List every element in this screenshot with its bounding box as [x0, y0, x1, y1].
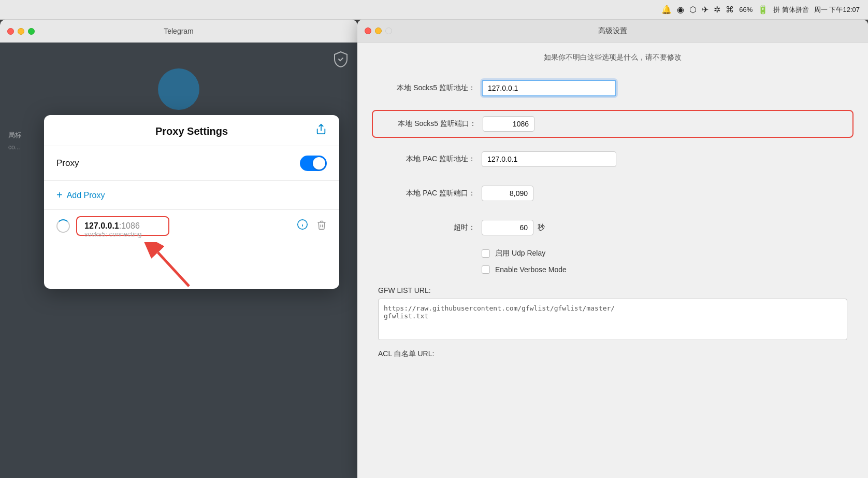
sidebar-text: 局标 — [8, 131, 22, 140]
bluetooth-icon: ✲ — [714, 5, 720, 15]
clock: 周一 下午12:07 — [814, 5, 860, 15]
telegram-traffic-lights[interactable] — [7, 28, 35, 35]
pac-port-row: 本地 PAC 监听端口： — [378, 180, 847, 206]
proxy-status: socks5: connecting — [84, 230, 142, 238]
socks5-port-row: 本地 Socks5 监听端口： — [372, 110, 853, 138]
pac-address-label: 本地 PAC 监听地址： — [378, 154, 482, 164]
add-proxy-button[interactable]: + Add Proxy — [56, 189, 105, 201]
pac-address-row: 本地 PAC 监听地址： — [378, 146, 847, 172]
advanced-content: 如果你不明白这些选项是什么，请不要修改 本地 Socks5 监听地址： 本地 S… — [357, 43, 868, 369]
telegram-window-title: Telegram — [164, 27, 194, 35]
input-method: 拼 简体拼音 — [773, 5, 809, 15]
advanced-maximize-button[interactable] — [385, 27, 392, 34]
proxy-modal-header: Proxy Settings — [44, 115, 339, 146]
socks5-port-label: 本地 Socks5 监听端口： — [379, 119, 483, 129]
location-icon: ◉ — [677, 5, 684, 15]
proxy-modal: Proxy Settings Proxy — [44, 115, 339, 289]
verbose-mode-checkbox[interactable] — [482, 265, 490, 274]
proxy-toggle-row: Proxy — [44, 146, 339, 181]
proxy-list-item: 127.0.0.1:1086 — [44, 210, 339, 242]
info-icon[interactable] — [297, 219, 308, 233]
advanced-traffic-lights[interactable] — [365, 27, 392, 34]
socks5-address-input[interactable] — [482, 80, 616, 96]
advanced-minimize-button[interactable] — [375, 27, 382, 34]
plus-icon: + — [56, 189, 63, 201]
telegram-close-button[interactable] — [7, 28, 14, 35]
timeout-input[interactable] — [482, 220, 533, 235]
avatar — [158, 68, 199, 110]
proxy-label: Proxy — [56, 158, 79, 168]
sidebar-text-2: co... — [8, 144, 20, 151]
cursor-icon: ⬡ — [689, 5, 697, 15]
advanced-window-title: 高级设置 — [598, 26, 627, 36]
proxy-modal-title: Proxy Settings — [155, 125, 228, 137]
socks5-address-row: 本地 Socks5 监听地址： — [378, 75, 847, 102]
battery-icon: 🔋 — [758, 5, 768, 15]
timeout-row: 超时： 秒 — [378, 215, 847, 241]
udp-relay-checkbox[interactable] — [482, 249, 490, 258]
gfw-url-input[interactable]: https://raw.githubusercontent.com/gfwlis… — [378, 299, 847, 340]
socks5-port-input[interactable] — [483, 116, 534, 132]
delete-icon[interactable] — [316, 219, 327, 233]
udp-relay-row: 启用 Udp Relay — [378, 249, 847, 258]
shield-icon — [332, 51, 349, 67]
telegram-background: 局标 co... Proxy Settings Proxy — [0, 43, 357, 478]
pac-port-label: 本地 PAC 监听端口： — [378, 189, 482, 198]
wifi-icon: ⌘ — [726, 5, 734, 15]
gfw-section: GFW LIST URL: https://raw.githubusercont… — [378, 286, 847, 359]
avatar-area — [158, 68, 199, 110]
verbose-mode-label: Enable Verbose Mode — [495, 265, 567, 274]
advanced-window: 高级设置 如果你不明白这些选项是什么，请不要修改 本地 Socks5 监听地址：… — [357, 20, 868, 478]
pac-address-input[interactable] — [482, 151, 616, 167]
loading-icon — [56, 219, 70, 233]
advanced-titlebar: 高级设置 — [357, 20, 868, 43]
proxy-toggle[interactable] — [300, 156, 327, 171]
svg-line-5 — [158, 252, 189, 286]
telegram-window: Telegram 局标 co... Proxy Settings — [0, 20, 357, 478]
timeout-label: 超时： — [378, 223, 482, 232]
advanced-close-button[interactable] — [365, 27, 371, 34]
socks5-address-label: 本地 Socks5 监听地址： — [378, 83, 482, 93]
red-arrow — [142, 242, 210, 289]
proxy-address: 127.0.0.1 — [84, 221, 119, 230]
gfw-list-label: GFW LIST URL: — [378, 286, 847, 294]
acl-label: ACL 白名单 URL: — [378, 349, 847, 359]
pac-port-input[interactable] — [482, 186, 533, 201]
menubar: 🔔 ◉ ⬡ ✈ ✲ ⌘ 66% 🔋 拼 简体拼音 周一 下午12:07 — [0, 0, 868, 20]
share-icon[interactable] — [315, 123, 327, 138]
advanced-warning: 如果你不明白这些选项是什么，请不要修改 — [378, 53, 847, 62]
menubar-right: 🔔 ◉ ⬡ ✈ ✲ ⌘ 66% 🔋 拼 简体拼音 周一 下午12:07 — [661, 5, 860, 15]
bell-icon: 🔔 — [661, 5, 672, 15]
arrow-area — [44, 242, 339, 289]
timeout-unit: 秒 — [538, 223, 545, 232]
proxy-actions — [297, 219, 327, 233]
proxy-port: :1086 — [119, 221, 140, 230]
add-proxy-label: Add Proxy — [67, 191, 105, 200]
telegram-maximize-button[interactable] — [28, 28, 35, 35]
battery-text: 66% — [739, 6, 753, 13]
telegram-titlebar: Telegram — [0, 20, 357, 43]
toggle-knob — [313, 157, 325, 170]
udp-relay-label: 启用 Udp Relay — [495, 249, 545, 258]
verbose-mode-row: Enable Verbose Mode — [378, 265, 847, 274]
telegram-minimize-button[interactable] — [18, 28, 24, 35]
add-proxy-section: + Add Proxy — [44, 181, 339, 210]
send-icon: ✈ — [702, 5, 708, 15]
shield-icon-container — [332, 51, 349, 69]
